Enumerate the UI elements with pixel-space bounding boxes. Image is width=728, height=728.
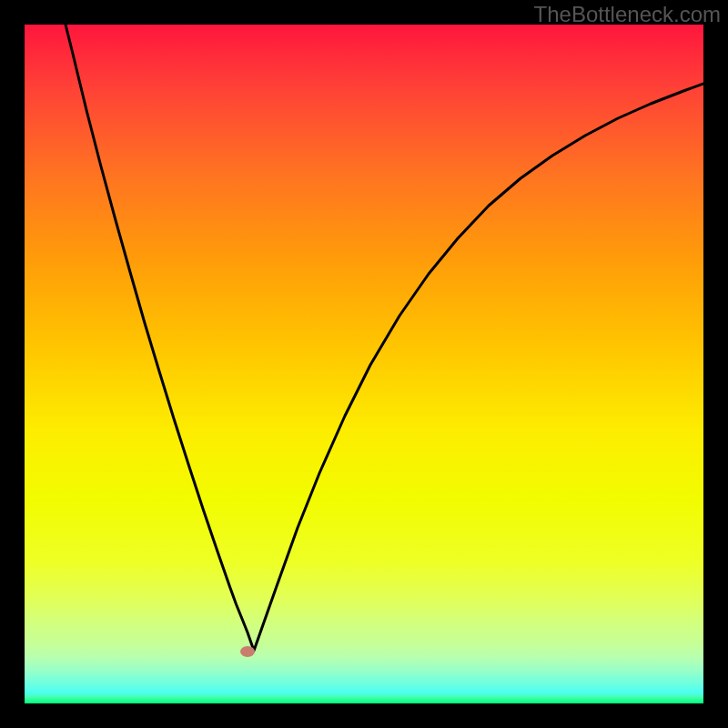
watermark-text: TheBottleneck.com <box>534 2 721 27</box>
plot-area <box>25 25 703 703</box>
chart-frame: TheBottleneck.com <box>0 0 728 728</box>
optimum-marker <box>240 646 255 657</box>
curve-layer <box>25 25 703 703</box>
bottleneck-curve <box>66 25 703 651</box>
